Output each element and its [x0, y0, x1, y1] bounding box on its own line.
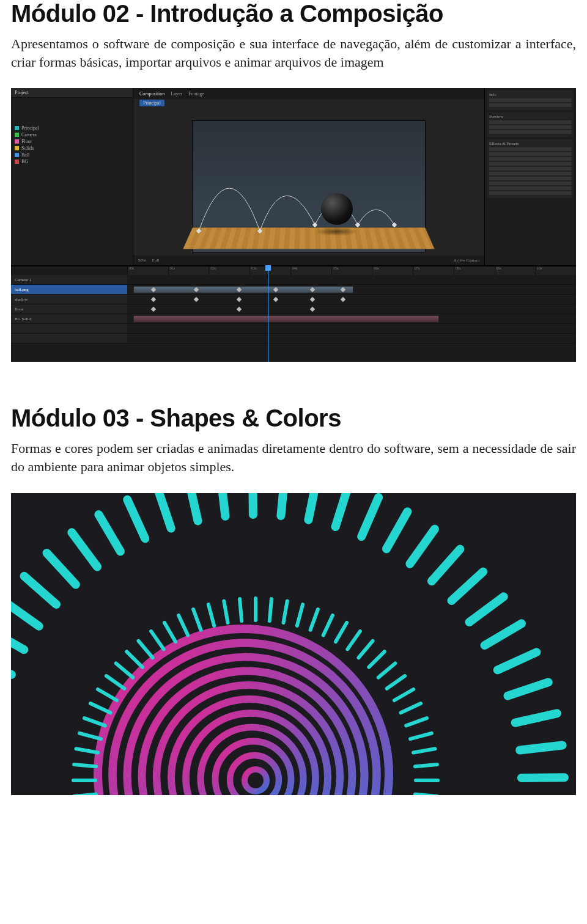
- svg-line-60: [116, 663, 133, 677]
- svg-line-61: [127, 651, 142, 667]
- svg-line-74: [311, 609, 318, 630]
- stage-preview: [193, 121, 425, 252]
- ball-graphic: [321, 193, 353, 225]
- svg-line-142: [498, 652, 537, 670]
- playhead[interactable]: [268, 266, 268, 362]
- svg-rect-3: [355, 222, 360, 227]
- svg-line-133: [308, 493, 317, 520]
- svg-line-125: [72, 532, 97, 566]
- svg-line-68: [224, 601, 227, 622]
- svg-line-80: [378, 663, 396, 677]
- svg-line-17: [415, 794, 437, 795]
- svg-rect-1: [257, 229, 262, 233]
- svg-line-81: [387, 676, 405, 689]
- svg-line-79: [369, 651, 384, 667]
- preview-panel-label: Preview: [489, 114, 503, 119]
- svg-line-126: [98, 515, 120, 551]
- svg-line-55: [79, 733, 101, 739]
- svg-line-130: [220, 493, 225, 516]
- svg-line-78: [358, 640, 372, 658]
- info-panel-label: Info: [489, 92, 497, 97]
- svg-rect-0: [196, 229, 201, 233]
- svg-line-84: [406, 718, 427, 725]
- svg-line-123: [24, 576, 56, 604]
- svg-line-82: [394, 689, 413, 700]
- comp-name-chip[interactable]: Principal: [139, 100, 164, 106]
- svg-point-5: [245, 769, 267, 791]
- svg-line-141: [485, 623, 522, 645]
- composition-panel[interactable]: Composition Layer Footage Principal: [133, 88, 484, 265]
- project-item[interactable]: Ball: [21, 152, 29, 158]
- project-item[interactable]: Camera: [21, 132, 37, 138]
- project-panel[interactable]: Project Principal Camera Floor Solids Ba…: [11, 88, 133, 265]
- motion-path: [193, 121, 425, 252]
- camera-label[interactable]: Active Camera: [454, 258, 479, 263]
- svg-line-136: [386, 512, 407, 549]
- timeline-panel[interactable]: 00s01s02s03s04s05s06s07s08s09s10s Camera…: [11, 265, 576, 362]
- svg-line-83: [401, 703, 421, 713]
- shapes-colors-graphic: [11, 493, 576, 795]
- svg-line-76: [336, 623, 347, 642]
- comp-tab[interactable]: Composition: [139, 91, 164, 97]
- svg-line-67: [209, 604, 214, 626]
- track-label[interactable]: floor: [15, 307, 23, 312]
- svg-line-86: [413, 749, 435, 752]
- module02-body: Apresentamos o software de composição e …: [11, 35, 576, 71]
- svg-line-62: [138, 640, 152, 658]
- track-label[interactable]: BG Solid: [15, 317, 31, 321]
- svg-line-58: [98, 689, 117, 700]
- effects-panel-label: Effects & Presets: [489, 141, 519, 146]
- timeline-ruler[interactable]: 00s01s02s03s04s05s06s07s08s09s10s: [11, 266, 576, 275]
- svg-line-56: [84, 718, 105, 725]
- module02-title: Módulo 02 - Introdução a Composição: [11, 0, 576, 28]
- svg-line-63: [151, 631, 164, 649]
- svg-line-57: [90, 703, 111, 713]
- svg-line-131: [253, 493, 253, 515]
- track-label[interactable]: Camera 1: [15, 277, 31, 282]
- svg-line-127: [127, 499, 145, 538]
- project-item[interactable]: Floor: [21, 139, 32, 144]
- svg-line-138: [432, 549, 460, 581]
- track-label[interactable]: ball.png: [15, 287, 29, 292]
- svg-line-128: [157, 493, 171, 529]
- svg-line-144: [515, 713, 557, 722]
- svg-rect-4: [392, 222, 397, 227]
- svg-line-77: [347, 631, 360, 649]
- project-item[interactable]: Principal: [21, 125, 39, 131]
- svg-line-71: [270, 599, 271, 621]
- module03-title: Módulo 03 - Shapes & Colors: [11, 405, 576, 432]
- svg-line-146: [522, 777, 564, 778]
- track-label[interactable]: shadow: [15, 297, 28, 302]
- svg-line-135: [361, 497, 378, 536]
- svg-line-121: [11, 628, 24, 649]
- svg-line-72: [283, 601, 287, 622]
- svg-line-51: [74, 794, 96, 795]
- svg-line-53: [74, 765, 96, 766]
- svg-line-69: [240, 599, 242, 621]
- svg-line-120: [11, 658, 12, 675]
- project-item[interactable]: Solids: [21, 145, 34, 151]
- right-panels[interactable]: Info Preview Effects & Presets: [484, 88, 576, 265]
- svg-line-64: [164, 623, 175, 642]
- svg-line-54: [76, 749, 98, 752]
- svg-line-143: [508, 682, 548, 695]
- svg-line-145: [520, 745, 563, 750]
- project-tab[interactable]: Project: [15, 90, 29, 95]
- svg-line-75: [323, 615, 333, 636]
- svg-line-73: [297, 604, 303, 626]
- svg-rect-2: [312, 222, 317, 227]
- svg-line-132: [281, 493, 285, 516]
- module03-body: Formas e cores podem ser criadas e anima…: [11, 439, 576, 475]
- svg-line-66: [193, 609, 201, 630]
- zoom-control[interactable]: 50%: [138, 258, 146, 263]
- footage-tab[interactable]: Footage: [188, 91, 204, 97]
- svg-line-59: [106, 676, 124, 689]
- resolution-control[interactable]: Full: [152, 258, 159, 263]
- project-item[interactable]: BG: [21, 159, 28, 164]
- layer-tab[interactable]: Layer: [171, 91, 182, 97]
- svg-line-139: [452, 571, 484, 600]
- svg-line-87: [415, 765, 437, 766]
- viewport[interactable]: 50% Full Active Camera: [133, 108, 484, 265]
- svg-line-124: [47, 553, 76, 585]
- svg-line-85: [410, 733, 432, 739]
